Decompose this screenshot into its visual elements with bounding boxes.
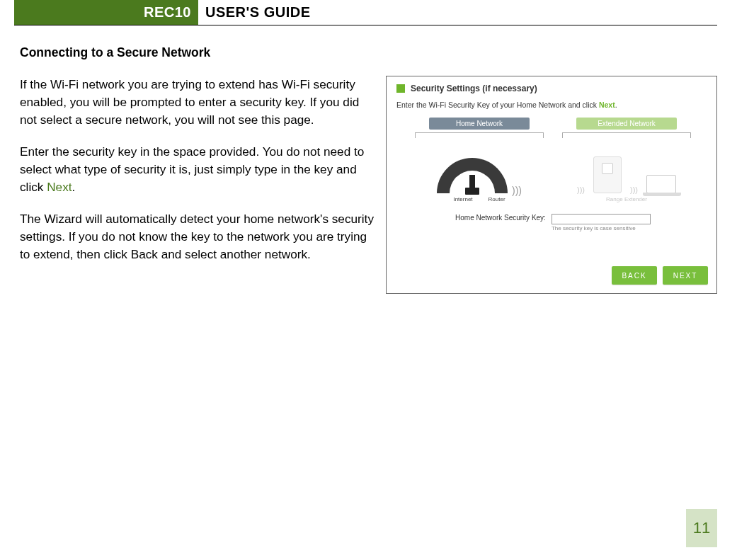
wifi-waves-icon: ))) [577, 188, 585, 193]
paragraph-2b: . [72, 180, 76, 194]
bracket-icon [562, 132, 691, 138]
device-label-extender: Range Extender [559, 196, 694, 202]
header-title: USER'S GUIDE [198, 0, 311, 25]
wifi-waves-icon: ))) [630, 188, 638, 193]
next-button[interactable]: NEXT [663, 266, 708, 285]
extended-network-label: Extended Network [576, 118, 677, 130]
wizard-buttons: BACK NEXT [612, 266, 708, 285]
screenshot-heading-row: Security Settings (if necessary) [396, 84, 709, 93]
page-content: Connecting to a Secure Network Security … [0, 25, 737, 263]
extended-network-column: Extended Network ))) ))) Range Extender [559, 118, 694, 202]
device-label-internet: Internet [453, 196, 472, 202]
network-diagram: Home Network ))) Internet [396, 118, 709, 202]
security-key-note: The security key is case sensitive [552, 225, 651, 232]
home-network-column: Home Network ))) Internet [412, 118, 547, 202]
section-title: Connecting to a Secure Network [20, 45, 717, 60]
wifi-waves-icon: ))) [512, 188, 522, 193]
screenshot-instruction-a: Enter the Wi-Fi Security Key of your Hom… [396, 101, 599, 109]
screenshot-heading: Security Settings (if necessary) [411, 84, 537, 93]
home-network-label: Home Network [429, 118, 530, 130]
green-square-icon [396, 84, 405, 93]
header-product-badge: REC10 [14, 0, 198, 25]
laptop-icon [646, 175, 676, 193]
screenshot-instruction-next: Next [599, 101, 615, 109]
security-key-input[interactable] [552, 214, 651, 224]
bracket-icon [415, 132, 544, 138]
internet-arc-icon [437, 158, 508, 193]
security-key-row: Home Network Security Key: The security … [396, 214, 709, 232]
next-word: Next [47, 180, 72, 194]
product-code: REC10 [144, 4, 191, 21]
screenshot-instruction: Enter the Wi-Fi Security Key of your Hom… [396, 101, 709, 109]
screenshot-instruction-b: . [615, 101, 617, 109]
router-icon [469, 175, 475, 195]
security-key-label: Home Network Security Key: [455, 214, 546, 222]
range-extender-icon [593, 156, 622, 193]
wizard-screenshot: Security Settings (if necessary) Enter t… [386, 76, 717, 294]
back-button[interactable]: BACK [612, 266, 657, 285]
device-label-router: Router [489, 196, 505, 202]
page-header: REC10 USER'S GUIDE [14, 0, 717, 25]
page-number: 11 [686, 509, 717, 547]
